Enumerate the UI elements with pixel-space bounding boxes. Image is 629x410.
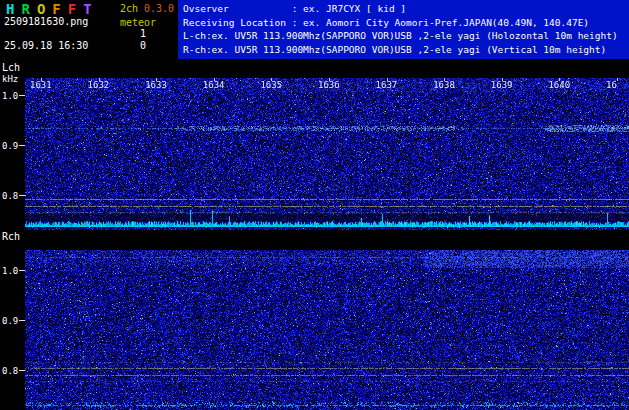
time-tick xyxy=(271,78,272,81)
app-title-letter: R xyxy=(21,1,29,17)
hrofft-window: HROFFT 2ch 0.3.0 2509181630.png meteor 1… xyxy=(0,0,629,410)
lch-tick-label-3: 0.8 xyxy=(2,191,18,201)
time-tick xyxy=(329,78,330,81)
app-title-letter: T xyxy=(83,1,91,17)
time-tick xyxy=(99,78,100,81)
time-label: 1632 xyxy=(88,80,110,90)
echo-count-1: 1 xyxy=(126,28,146,39)
time-tick xyxy=(502,78,503,81)
time-label: 1633 xyxy=(145,80,167,90)
rch-tick-label-2: 0.9 xyxy=(2,316,18,326)
rch-label: Rch xyxy=(2,231,20,242)
app-title-letter: O xyxy=(37,1,45,17)
app-title-letter: H xyxy=(6,1,14,17)
app-title: HROFFT xyxy=(6,1,99,17)
time-label: 1635 xyxy=(260,80,282,90)
station-info-panel: Ovserver : ex. JR7CYX [ kid ]Receiving L… xyxy=(178,0,629,59)
time-tick xyxy=(387,78,388,81)
lch-tick-label-2: 0.9 xyxy=(2,141,18,151)
app-title-letter: F xyxy=(52,1,60,17)
mode-label: meteor xyxy=(120,17,156,28)
time-label: 1638 xyxy=(433,80,455,90)
lch-rx-line: L-ch:ex. UV5R 113.900Mhz(SAPPORO VOR)USB… xyxy=(183,29,624,43)
time-label: 16 xyxy=(606,80,617,90)
observer-line: Ovserver : ex. JR7CYX [ kid ] xyxy=(183,2,624,16)
time-tick xyxy=(214,78,215,81)
time-tick xyxy=(41,78,42,81)
time-tick xyxy=(444,78,445,81)
output-filename: 2509181630.png xyxy=(4,16,88,27)
time-label: 1636 xyxy=(318,80,340,90)
rch-tick-label-3: 0.8 xyxy=(2,366,18,376)
time-label: 1637 xyxy=(376,80,398,90)
channel-mode: 2ch xyxy=(120,3,138,14)
lch-label: Lch xyxy=(2,62,20,73)
echo-count-2: 0 xyxy=(126,40,146,51)
location-line: Receiving Location : ex. Aomori City Aom… xyxy=(183,16,624,30)
freq-unit-label: kHz xyxy=(2,74,18,84)
lch-spectrogram-canvas xyxy=(25,78,629,230)
time-tick xyxy=(156,78,157,81)
time-tick xyxy=(617,78,618,81)
time-axis: 1631163216331634163516361637163816391640… xyxy=(25,78,629,94)
time-label: 1640 xyxy=(548,80,570,90)
rch-rx-line: R-ch:ex. UV5R 113.900Mhz(SAPPORO VOR)USB… xyxy=(183,43,624,57)
app-version: 0.3.0 xyxy=(144,3,174,14)
lch-tick-label-1: 1.0 xyxy=(2,91,18,101)
rch-spectrogram-canvas xyxy=(25,250,629,410)
app-title-letter: F xyxy=(68,1,76,17)
time-label: 1631 xyxy=(30,80,52,90)
time-tick xyxy=(559,78,560,81)
datetime-label: 25.09.18 16:30 xyxy=(4,40,88,51)
time-label: 1639 xyxy=(491,80,513,90)
time-label: 1634 xyxy=(203,80,225,90)
rch-tick-label-1: 1.0 xyxy=(2,266,18,276)
